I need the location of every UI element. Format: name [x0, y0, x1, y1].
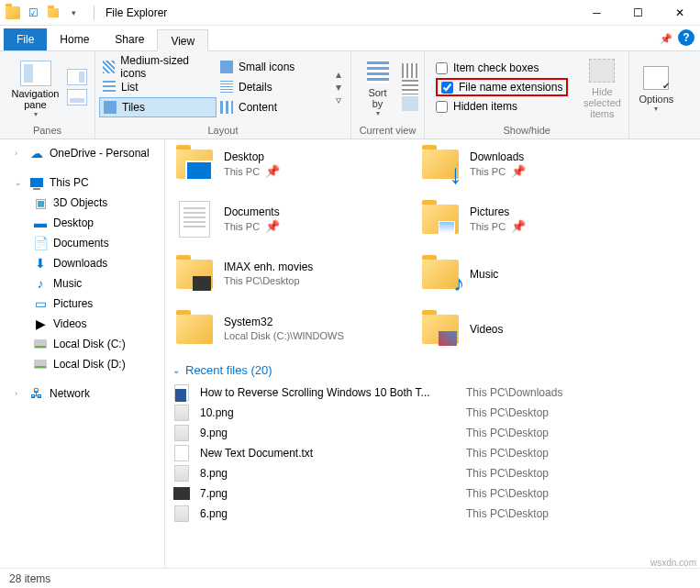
recent-file-row[interactable]: 6.pngThis PC\Desktop — [172, 504, 693, 524]
details-pane-button[interactable] — [67, 89, 87, 105]
tile-sub: This PC📌 — [224, 219, 280, 234]
file-icon — [172, 424, 191, 442]
tile-name: Downloads — [470, 150, 526, 164]
recent-file-name: 6.png — [200, 507, 457, 520]
tile-item[interactable]: DesktopThis PC📌 — [172, 139, 400, 189]
folder-icon — [174, 144, 215, 184]
nav-3d-objects[interactable]: ▣3D Objects — [0, 193, 164, 213]
folder-icon: ↓ — [420, 144, 461, 184]
recent-file-row[interactable]: How to Reverse Scrolling Windows 10 Both… — [172, 383, 693, 403]
recent-file-name: 7.png — [200, 487, 457, 500]
layout-gallery[interactable]: Medium-sized icons Small icons List Deta… — [97, 55, 336, 119]
group-label-layout: Layout — [95, 123, 350, 139]
tile-sub: This PC📌 — [470, 219, 526, 234]
recent-file-row[interactable]: 9.pngThis PC\Desktop — [172, 423, 693, 443]
recent-file-row[interactable]: 8.pngThis PC\Desktop — [172, 463, 693, 483]
qat-dropdown[interactable]: ▾ — [64, 4, 83, 22]
folder-icon — [420, 309, 461, 349]
tab-share[interactable]: Share — [102, 28, 157, 50]
nav-documents[interactable]: 📄Documents — [0, 233, 164, 253]
nav-videos[interactable]: ▶Videos — [0, 314, 164, 334]
pin-icon: 📌 — [511, 219, 526, 233]
nav-network[interactable]: ›🖧Network — [0, 383, 164, 404]
file-icon — [172, 404, 191, 422]
file-icon — [172, 464, 191, 483]
layout-tiles[interactable]: Tiles — [99, 97, 217, 117]
tile-item[interactable]: ↓DownloadsThis PC📌 — [418, 139, 646, 189]
tile-item[interactable]: System32Local Disk (C:)\WINDOWS — [172, 305, 400, 354]
nav-local-disk-d[interactable]: Local Disk (D:) — [0, 354, 164, 374]
file-icon — [172, 383, 191, 402]
tile-name: Pictures — [470, 205, 526, 219]
status-bar: 28 items — [0, 568, 700, 588]
nav-downloads[interactable]: ⬇Downloads — [0, 253, 164, 273]
preview-pane-button[interactable] — [67, 69, 87, 85]
title-bar: ☑ ▾ File Explorer ─ ☐ ✕ — [0, 0, 700, 26]
group-label-currentview: Current view — [351, 123, 424, 139]
recent-file-row[interactable]: 7.pngThis PC\Desktop — [172, 483, 693, 504]
tile-item[interactable]: ♪Music — [418, 250, 646, 299]
pin-icon: 📌 — [265, 164, 280, 178]
minimize-ribbon-icon[interactable]: 📌 — [660, 33, 672, 45]
navigation-tree[interactable]: ›☁OneDrive - Personal ⌄This PC ▣3D Objec… — [0, 139, 165, 568]
tile-name: IMAX enh. movies — [224, 261, 313, 274]
layout-list[interactable]: List — [99, 77, 217, 97]
recent-file-location: This PC\Desktop — [466, 487, 549, 500]
nav-pictures[interactable]: ▭Pictures — [0, 294, 164, 314]
nav-desktop[interactable]: ▬Desktop — [0, 213, 164, 233]
tile-sub: This PC📌 — [470, 164, 526, 179]
nav-onedrive[interactable]: ›☁OneDrive - Personal — [0, 143, 164, 163]
layout-medium-icons[interactable]: Medium-sized icons — [99, 57, 217, 77]
tab-home[interactable]: Home — [47, 28, 102, 50]
recent-file-row[interactable]: 10.pngThis PC\Desktop — [172, 403, 693, 423]
file-name-extensions-checkbox[interactable]: File name extensions — [436, 78, 568, 96]
recent-file-row[interactable]: New Text Document.txtThis PC\Desktop — [172, 443, 693, 463]
layout-small-icons[interactable]: Small icons — [217, 57, 334, 77]
nav-music[interactable]: ♪Music — [0, 273, 164, 294]
folder-icon — [174, 309, 215, 349]
folder-icon — [174, 199, 215, 239]
hidden-items-checkbox[interactable]: Hidden items — [436, 100, 568, 113]
qat-properties[interactable]: ☑ — [24, 4, 42, 22]
help-icon[interactable]: ? — [678, 29, 694, 46]
close-button[interactable]: ✕ — [659, 0, 700, 26]
tile-name: Videos — [470, 323, 503, 337]
nav-this-pc[interactable]: ⌄This PC — [0, 172, 164, 193]
file-icon — [172, 505, 191, 523]
tile-item[interactable]: Videos — [418, 305, 646, 354]
pin-icon: 📌 — [265, 219, 280, 233]
layout-content[interactable]: Content — [217, 97, 334, 117]
navigation-pane-button[interactable]: Navigation pane ▾ — [6, 57, 65, 118]
minimize-button[interactable]: ─ — [576, 0, 617, 26]
file-list-area[interactable]: DesktopThis PC📌↓DownloadsThis PC📌Documen… — [165, 139, 700, 568]
group-label-panes: Panes — [0, 123, 94, 139]
tile-item[interactable]: PicturesThis PC📌 — [418, 194, 646, 244]
hide-selected-items-button[interactable]: Hide selected items — [581, 55, 623, 119]
recent-file-name: 8.png — [200, 467, 457, 480]
recent-files-header[interactable]: ⌄Recent files (20) — [172, 363, 693, 377]
group-by-button[interactable] — [402, 63, 418, 78]
layout-scroll[interactable]: ▴▾▿ — [336, 64, 349, 110]
pin-icon: 📌 — [511, 164, 526, 178]
tile-item[interactable]: DocumentsThis PC📌 — [172, 194, 400, 244]
sort-by-button[interactable]: Sort by ▾ — [357, 58, 398, 117]
recent-file-location: This PC\Desktop — [466, 427, 549, 439]
qat-new-folder[interactable] — [44, 4, 62, 22]
item-check-boxes-checkbox[interactable]: Item check boxes — [436, 61, 568, 74]
tile-sub: Local Disk (C:)\WINDOWS — [224, 329, 344, 343]
recent-file-location: This PC\Desktop — [466, 467, 549, 480]
layout-details[interactable]: Details — [217, 77, 334, 97]
tab-view[interactable]: View — [157, 29, 208, 51]
tile-item[interactable]: IMAX enh. moviesThis PC\Desktop — [172, 250, 400, 299]
tile-name: System32 — [224, 316, 344, 329]
options-button[interactable]: ✔ Options ▾ — [635, 62, 677, 113]
recent-file-name: New Text Document.txt — [200, 447, 457, 460]
recent-file-name: How to Reverse Scrolling Windows 10 Both… — [200, 386, 457, 399]
tile-name: Music — [470, 268, 498, 282]
size-columns-button[interactable] — [402, 96, 418, 111]
maximize-button[interactable]: ☐ — [617, 0, 659, 26]
nav-local-disk-c[interactable]: Local Disk (C:) — [0, 334, 164, 354]
add-columns-button[interactable] — [402, 80, 418, 94]
recent-file-name: 9.png — [200, 427, 457, 439]
tab-file[interactable]: File — [4, 28, 47, 50]
